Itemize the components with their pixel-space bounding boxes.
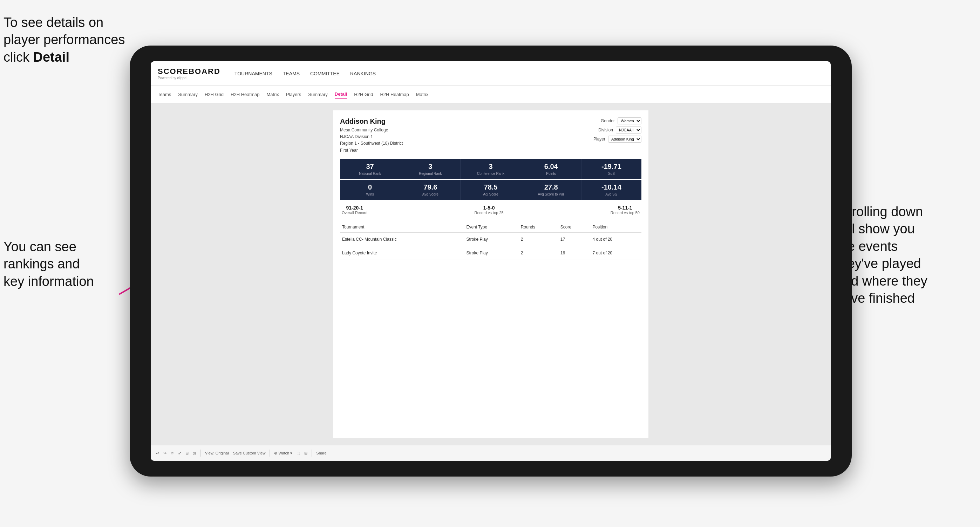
sub-nav-detail[interactable]: Detail xyxy=(335,90,347,99)
toolbar-share[interactable]: Share xyxy=(316,451,326,455)
th-event-type: Event Type xyxy=(464,222,519,233)
stat-avg-sg-label: Avg SG xyxy=(584,192,639,196)
stat-wins: 0 Wins xyxy=(340,180,400,200)
toolbar-divider-2 xyxy=(269,449,270,457)
stat-adj-score-value: 78.5 xyxy=(463,183,518,191)
stat-regional-rank: 3 Regional Rank xyxy=(400,159,461,179)
stat-conference-rank-value: 3 xyxy=(463,163,518,171)
top-nav: SCOREBOARD Powered by clippd TOURNAMENTS… xyxy=(151,61,831,86)
gender-select[interactable]: Women xyxy=(617,117,641,124)
stat-wins-label: Wins xyxy=(343,192,397,196)
table-row[interactable]: Lady Coyote Invite Stroke Play 2 16 7 ou… xyxy=(340,246,641,260)
stat-regional-rank-value: 3 xyxy=(403,163,457,171)
toolbar-view-original[interactable]: View: Original xyxy=(205,451,229,455)
toolbar-undo[interactable]: ↩ xyxy=(156,451,159,456)
toolbar-redo[interactable]: ↪ xyxy=(163,451,167,456)
tablet-frame: SCOREBOARD Powered by clippd TOURNAMENTS… xyxy=(130,46,852,476)
th-rounds: Rounds xyxy=(519,222,558,233)
record-top50-label: Record vs top 50 xyxy=(611,211,640,215)
sub-nav-h2hheatmap2[interactable]: H2H Heatmap xyxy=(380,90,409,99)
player-filter-row: Player Addison King xyxy=(593,136,641,143)
table-header-row: Tournament Event Type Rounds Score Posit… xyxy=(340,222,641,233)
toolbar-display[interactable]: ⬚ xyxy=(296,451,300,456)
sub-nav-matrix2[interactable]: Matrix xyxy=(416,90,428,99)
td-score-2: 16 xyxy=(558,246,590,260)
sub-nav-h2hgrid1[interactable]: H2H Grid xyxy=(205,90,224,99)
stat-sos-label: SoS xyxy=(584,172,639,176)
player-region: Region 1 - Southwest (18) District xyxy=(340,140,403,147)
stat-wins-value: 0 xyxy=(343,183,397,191)
td-event-type-2: Stroke Play xyxy=(464,246,519,260)
stat-avg-score-par-label: Avg Score to Par xyxy=(524,192,578,196)
stats-row-2: 0 Wins 79.6 Avg Score 78.5 Adj Score 27.… xyxy=(340,180,641,200)
th-tournament: Tournament xyxy=(340,222,464,233)
annotation-bottom-left: You can see rankings and key information xyxy=(3,238,123,290)
stat-points-label: Points xyxy=(524,172,578,176)
stat-points: 6.04 Points xyxy=(521,159,581,179)
gender-label: Gender xyxy=(601,118,615,123)
toolbar-expand[interactable]: ⤢ xyxy=(178,451,181,456)
td-tournament-2: Lady Coyote Invite xyxy=(340,246,464,260)
stat-avg-score-label: Avg Score xyxy=(403,192,457,196)
sub-nav-matrix1[interactable]: Matrix xyxy=(266,90,278,99)
stat-sos: -19.71 SoS xyxy=(581,159,641,179)
records-row: 91-20-1 Overall Record 1-5-0 Record vs t… xyxy=(340,205,641,215)
nav-tournaments[interactable]: TOURNAMENTS xyxy=(234,69,272,78)
td-rounds-2: 2 xyxy=(519,246,558,260)
stat-avg-score-par-value: 27.8 xyxy=(524,183,578,191)
nav-committee[interactable]: COMMITTEE xyxy=(310,69,340,78)
td-rounds-1: 2 xyxy=(519,232,558,246)
td-tournament-1: Estella CC- Mountain Classic xyxy=(340,232,464,246)
sub-nav-players[interactable]: Players xyxy=(286,90,301,99)
stat-adj-score-label: Adj Score xyxy=(463,192,518,196)
record-top50: 5-11-1 Record vs top 50 xyxy=(611,205,640,215)
table-row[interactable]: Estella CC- Mountain Classic Stroke Play… xyxy=(340,232,641,246)
nav-teams[interactable]: TEAMS xyxy=(283,69,300,78)
record-overall-label: Overall Record xyxy=(342,211,368,215)
toolbar-watch[interactable]: ⊕ Watch ▾ xyxy=(274,451,292,456)
stat-avg-score: 79.6 Avg Score xyxy=(400,180,461,200)
sub-nav-summary1[interactable]: Summary xyxy=(178,90,198,99)
stat-regional-rank-label: Regional Rank xyxy=(403,172,457,176)
sub-nav-summary2[interactable]: Summary xyxy=(308,90,328,99)
division-label: Division xyxy=(598,127,613,132)
stat-avg-sg-value: -10.14 xyxy=(584,183,639,191)
stat-conference-rank-label: Conference Rank xyxy=(463,172,518,176)
toolbar-grid[interactable]: ⊞ xyxy=(304,451,307,456)
toolbar-minus[interactable]: ⊟ xyxy=(185,451,189,456)
division-select[interactable]: NJCAA I xyxy=(616,127,641,133)
logo-main: SCOREBOARD xyxy=(158,67,221,76)
sub-nav: Teams Summary H2H Grid H2H Heatmap Matri… xyxy=(151,86,831,103)
player-filter-label: Player xyxy=(593,137,605,141)
main-content: Addison King Mesa Community College NJCA… xyxy=(151,103,831,445)
record-overall-value: 91-20-1 xyxy=(342,205,368,211)
stat-national-rank-label: National Rank xyxy=(343,172,397,176)
stat-avg-sg: -10.14 Avg SG xyxy=(581,180,641,200)
record-top50-value: 5-11-1 xyxy=(611,205,640,211)
stat-national-rank: 37 National Rank xyxy=(340,159,400,179)
player-select[interactable]: Addison King xyxy=(608,136,641,143)
th-score: Score xyxy=(558,222,590,233)
sub-nav-teams[interactable]: Teams xyxy=(158,90,171,99)
tournament-table: Tournament Event Type Rounds Score Posit… xyxy=(340,222,641,260)
stats-row-1: 37 National Rank 3 Regional Rank 3 Confe… xyxy=(340,159,641,179)
record-top25-value: 1-5-0 xyxy=(474,205,504,211)
stat-national-rank-value: 37 xyxy=(343,163,397,171)
sub-nav-h2hheatmap1[interactable]: H2H Heatmap xyxy=(231,90,259,99)
sub-nav-h2hgrid2[interactable]: H2H Grid xyxy=(354,90,373,99)
player-year: First Year xyxy=(340,147,403,154)
bottom-toolbar: ↩ ↪ ⟳ ⤢ ⊟ ◷ View: Original Save Custom V… xyxy=(151,445,831,461)
record-top25: 1-5-0 Record vs top 25 xyxy=(474,205,504,215)
record-overall: 91-20-1 Overall Record xyxy=(342,205,368,215)
logo-sub: Powered by clippd xyxy=(158,76,221,80)
toolbar-clock[interactable]: ◷ xyxy=(193,451,196,456)
nav-rankings[interactable]: RANKINGS xyxy=(350,69,376,78)
scoreboard-logo: SCOREBOARD Powered by clippd xyxy=(158,67,221,80)
division-filter-row: Division NJCAA I xyxy=(598,127,641,133)
toolbar-divider-1 xyxy=(200,449,201,457)
toolbar-save-view[interactable]: Save Custom View xyxy=(233,451,266,455)
td-position-2: 7 out of 20 xyxy=(590,246,642,260)
stat-sos-value: -19.71 xyxy=(584,163,639,171)
tablet-screen: SCOREBOARD Powered by clippd TOURNAMENTS… xyxy=(151,61,831,461)
toolbar-refresh[interactable]: ⟳ xyxy=(171,451,174,456)
